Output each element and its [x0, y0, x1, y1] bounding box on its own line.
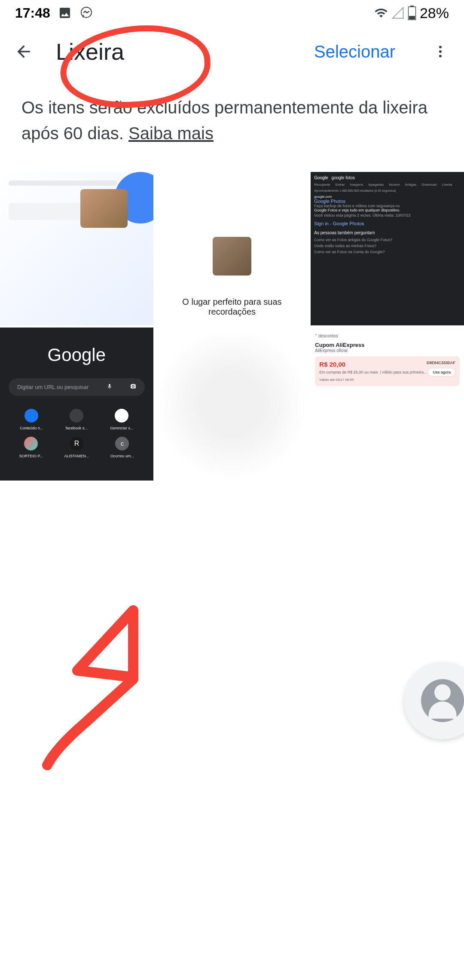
tab: Antigas: [405, 183, 417, 187]
shortcut-icon: [24, 437, 38, 450]
battery-icon: [408, 6, 416, 20]
tab: Nuvem: [389, 183, 400, 187]
shortcut-icon: c: [115, 437, 129, 450]
signal-icon: [391, 6, 404, 19]
result-title: Google Photos: [314, 199, 461, 204]
status-bar: 17:48 28%: [0, 0, 464, 26]
wifi-icon: [374, 6, 388, 20]
shortcut-item: Conteúdo n...: [20, 409, 43, 430]
search-term: google fotos: [332, 175, 355, 180]
coupon-code: D8E84C333DAF: [427, 361, 455, 365]
use-now-button: Use agora: [428, 368, 455, 377]
result-url: google.com: [314, 195, 461, 199]
status-right: 28%: [374, 5, 449, 21]
coupon-subtitle: AliExpress oficial: [315, 348, 460, 353]
shortcuts-row-1: Conteúdo n... facebook s... Gerenciar s.…: [9, 409, 145, 430]
result-desc: Faça backup de fotos e vídeos com segura…: [314, 204, 461, 208]
shortcut-item: facebook s...: [66, 409, 88, 430]
svg-point-4: [439, 46, 442, 49]
tab: Apagadas: [368, 183, 384, 187]
more-options-button[interactable]: [430, 41, 451, 62]
svg-point-6: [439, 55, 442, 58]
coupon-valid: Válido até 03/17 09:55: [319, 378, 455, 382]
visited-text: Você visitou esta página 2 vezes. Última…: [314, 213, 461, 217]
search-shortcut-icon: [70, 409, 83, 423]
svg-point-7: [132, 386, 134, 387]
result-title-2: Sign in - Google Photos: [314, 221, 461, 226]
select-button[interactable]: Selecionar: [314, 42, 395, 61]
info-banner: Os itens serão excluídos permanentemente…: [0, 77, 464, 163]
shortcut-label: Ocorreu um...: [110, 454, 134, 458]
shortcut-label: Gerenciar s...: [110, 426, 133, 430]
photo-3-header: Google google fotos: [314, 175, 461, 180]
svg-rect-3: [409, 16, 415, 19]
trash-photo-6[interactable]: ˅ descontos Cupom AliExpress AliExpress …: [311, 328, 464, 481]
red-arrow-annotation: [34, 602, 163, 774]
faq-q2: Onde estão todas as minhas Fotos?: [314, 244, 461, 248]
result-desc-b: Google Fotos e veja tudo em qualquer dis…: [314, 208, 461, 212]
google-logo: Google: [9, 345, 145, 365]
tab: Imagens: [350, 183, 363, 187]
photo-3-tabs: Recuperar Entrar Imagens Apagadas Nuvem …: [314, 183, 461, 187]
shortcut-item: R ALISTAMEN...: [64, 437, 89, 458]
faq-q3: Como ver as Fotos na Conta do Google?: [314, 250, 461, 254]
shortcut-icon: R: [70, 437, 83, 450]
tab: Download: [421, 183, 437, 187]
shortcut-item: c Ocorreu um...: [110, 437, 134, 458]
page-title: Lixeira: [56, 38, 293, 65]
svg-point-5: [439, 50, 442, 53]
floating-avatar-button[interactable]: [404, 662, 464, 739]
back-button[interactable]: [13, 41, 34, 62]
google-shortcut-icon: [115, 409, 128, 423]
app-bar: Lixeira Selecionar: [0, 26, 464, 77]
learn-more-link[interactable]: Saiba mais: [128, 124, 214, 143]
shortcut-label: ALISTAMEN...: [64, 454, 89, 458]
shortcut-item: SORTEIO P...: [19, 437, 43, 458]
result-count: Aproximadamente 1.880.000.000 resultados…: [314, 189, 461, 192]
search-placeholder: Digitar um URL ou pesquisar: [17, 384, 89, 390]
status-left: 17:48: [15, 5, 93, 21]
coupon-title: Cupom AliExpress: [315, 342, 460, 348]
people-ask-header: As pessoas também perguntam: [314, 230, 461, 235]
trash-photo-3[interactable]: Google google fotos Recuperar Entrar Ima…: [311, 172, 464, 325]
battery-percent: 28%: [420, 5, 449, 21]
trash-photo-5[interactable]: [156, 328, 309, 481]
shortcuts-row-2: SORTEIO P... R ALISTAMEN... c Ocorreu um…: [9, 437, 145, 458]
coupon-card: D8E84C333DAF R$ 20,00 Use agora Em compr…: [315, 356, 460, 386]
shortcut-label: SORTEIO P...: [19, 454, 43, 458]
blurred-graphic: [156, 328, 309, 481]
photo-6-header: ˅ descontos: [315, 332, 460, 340]
info-text: Os itens serão excluídos permanentemente…: [21, 98, 427, 143]
search-bar: Digitar um URL ou pesquisar: [9, 378, 145, 396]
photo-2-caption: O lugar perfeito para suas recordações: [164, 297, 300, 317]
shortcut-item: Gerenciar s...: [110, 409, 133, 430]
tab: Recuperar: [314, 183, 330, 187]
mic-icon: [107, 383, 113, 391]
status-time: 17:48: [15, 5, 50, 21]
messenger-icon: [79, 6, 93, 20]
people-thumbnail: [80, 189, 128, 228]
camera-icon: [130, 383, 136, 391]
image-icon: [58, 6, 72, 20]
trash-photo-4[interactable]: Google Digitar um URL ou pesquisar Conte…: [0, 328, 153, 481]
shortcut-label: Conteúdo n...: [20, 426, 43, 430]
tab: Entrar: [336, 183, 345, 187]
trash-photo-2[interactable]: O lugar perfeito para suas recordações: [156, 172, 309, 325]
trash-photo-1[interactable]: [0, 172, 153, 325]
photo-grid: O lugar perfeito para suas recordações G…: [0, 172, 464, 481]
person-icon: [421, 679, 464, 722]
shortcut-label: facebook s...: [66, 426, 88, 430]
photo-2-thumbnail: [213, 237, 251, 276]
facebook-icon: [24, 409, 38, 423]
tab: Lixeira: [442, 183, 452, 187]
faq-q1: Como ver as Fotos antigas do Google Foto…: [314, 238, 461, 242]
